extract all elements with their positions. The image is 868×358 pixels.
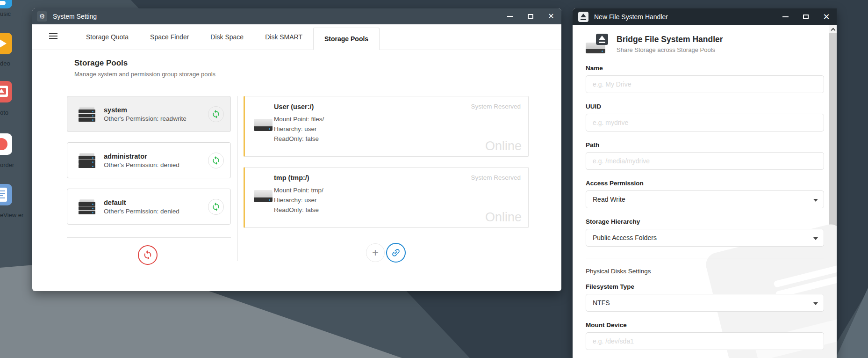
access-permission-group: Access Permission Read Write [586,180,824,208]
handler-subheading: Share Storage across Storage Pools [617,46,723,53]
sync-pool-button[interactable] [208,106,224,122]
photo-app-icon[interactable] [0,81,12,102]
close-button[interactable]: ✕ [816,13,837,21]
filesystem-type-value: NTFS [593,299,610,307]
new-file-system-handler-window: New File System Handler ✕ [573,8,837,358]
system-reserved-badge: System Reserved [471,174,521,181]
pool-list-divider [67,237,231,238]
name-label: Name [586,65,824,72]
pool-name: system [104,106,208,114]
uuid-input[interactable] [586,114,824,132]
pool-card-administrator[interactable]: administrator Other's Permission: denied [67,142,231,178]
mount-card-user[interactable]: User (user:/) Mount Point: files/ Hierar… [244,96,529,157]
system-setting-titlebar[interactable]: ⚙ System Setting ✕ [32,8,561,24]
path-label: Path [586,141,824,148]
hierarchy-row: Hierarchy: user [274,125,317,132]
close-icon: ✕ [823,13,830,21]
tab-disk-smart[interactable]: Disk SMART [254,24,313,50]
storage-pools-content: Storage Pools Manage system and permissi… [32,50,561,291]
mount-card-tmp[interactable]: tmp (tmp:/) Mount Point: tmp/ Hierarchy:… [244,167,529,228]
pool-permission: Other's Permission: readwrite [104,115,208,122]
maximize-button[interactable] [796,15,816,19]
video-app-icon[interactable] [0,33,12,54]
filesystem-type-select[interactable]: NTFS [586,294,824,312]
close-button[interactable]: ✕ [541,13,561,20]
filesystem-type-label: Filesystem Type [586,283,824,290]
sync-icon [211,110,221,119]
pool-permission: Other's Permission: denied [104,161,208,168]
server-icon [79,199,95,214]
mount-title: tmp (tmp:/) [274,174,309,182]
close-icon: ✕ [548,13,554,20]
link-icon [388,245,403,260]
sync-icon [211,156,221,165]
page-subtitle: Manage system and permission group stora… [74,71,215,78]
tab-storage-pools[interactable]: Storage Pools [313,28,380,50]
eject-icon [578,12,588,22]
mount-device-label: Mount Device [586,321,824,329]
chevron-down-icon [813,199,818,202]
path-field-group: Path [586,141,824,170]
storage-hierarchy-select[interactable]: Public Access Folders [586,229,824,247]
drive-icon [254,190,273,202]
minimize-button[interactable] [500,16,520,17]
window-title: System Setting [53,13,97,20]
minimize-button[interactable] [775,16,796,17]
section-divider [586,258,824,258]
uuid-label: UUID [586,103,824,110]
pool-card-default[interactable]: default Other's Permission: denied [67,189,231,225]
desktop: usic deo oto order eView er ⚙ System Set… [0,0,868,358]
scroll-up-button[interactable] [829,25,837,33]
dock-label: order [0,161,24,168]
storage-hierarchy-label: Storage Hierarchy [586,218,824,225]
link-mount-button[interactable] [386,243,406,263]
handler-titlebar[interactable]: New File System Handler ✕ [573,8,837,25]
mount-point-row: Mount Point: files/ [274,116,324,123]
storage-hierarchy-value: Public Access Folders [593,234,657,241]
tab-disk-space[interactable]: Disk Space [200,24,254,50]
sync-pool-button[interactable] [208,199,224,215]
access-permission-select[interactable]: Read Write [586,190,824,208]
refresh-pools-button[interactable] [138,245,158,265]
readonly-row: ReadOnly: false [274,135,319,142]
drive-icon [254,119,273,131]
access-permission-label: Access Permission [586,180,824,187]
bridge-drive-icon [586,34,608,53]
name-field-group: Name [586,65,824,93]
mount-device-input[interactable] [586,332,824,350]
name-input[interactable] [586,75,824,93]
maximize-button[interactable] [520,14,541,19]
add-mount-button[interactable]: + [366,243,385,262]
maximize-icon [803,15,809,19]
server-icon [79,153,95,168]
handler-form: Bridge File System Handler Share Storage… [573,25,837,358]
desktop-dock: usic deo oto order eView er [0,0,28,358]
readonly-row: ReadOnly: false [274,206,319,213]
pool-name: default [104,199,208,206]
pool-card-system[interactable]: system Other's Permission: readwrite [67,96,231,132]
maximize-icon [528,14,533,19]
handler-heading: Bridge File System Handler [617,34,723,44]
minimize-icon [507,16,513,17]
window-title: New File System Handler [594,13,668,21]
pool-permission: Other's Permission: denied [104,208,208,215]
pool-name: administrator [104,153,208,160]
tab-space-finder[interactable]: Space Finder [139,24,200,50]
sync-pool-button[interactable] [208,153,224,168]
page-title: Storage Pools [74,58,128,68]
path-input[interactable] [586,152,824,170]
online-status: Online [485,139,522,153]
tab-storage-quota[interactable]: Storage Quota [75,24,139,50]
viewer-app-icon[interactable] [0,184,12,205]
music-app-icon[interactable] [0,0,12,8]
dock-label: oto [0,109,24,116]
uuid-field-group: UUID [586,103,824,132]
hierarchy-row: Hierarchy: user [274,197,317,204]
system-reserved-badge: System Reserved [471,103,521,110]
physical-disks-section-label: Physical Disks Settings [586,268,824,275]
mount-point-row: Mount Point: tmp/ [274,187,323,194]
recorder-app-icon[interactable] [0,133,12,155]
chevron-down-icon [813,237,818,240]
menu-button[interactable] [49,33,57,40]
access-permission-value: Read Write [593,196,625,203]
